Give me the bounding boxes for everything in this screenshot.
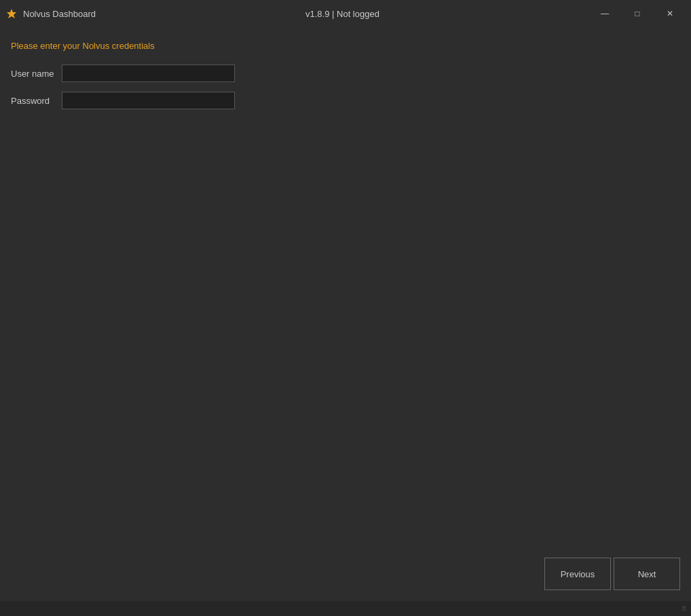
version-status: v1.8.9 | Not logged bbox=[305, 9, 379, 19]
title-bar-left: Nolvus Dashboard bbox=[5, 7, 96, 20]
bottom-bar: Previous Next bbox=[0, 547, 691, 601]
main-content: Please enter your Nolvus credentials Use… bbox=[0, 27, 691, 547]
app-title: Nolvus Dashboard bbox=[23, 9, 96, 19]
username-label: User name bbox=[11, 69, 62, 79]
window-controls: — □ ✕ bbox=[589, 3, 686, 24]
maximize-button[interactable]: □ bbox=[622, 3, 653, 24]
title-bar: Nolvus Dashboard v1.8.9 | Not logged — □… bbox=[0, 0, 691, 27]
svg-marker-0 bbox=[7, 9, 16, 18]
password-input[interactable] bbox=[62, 92, 235, 109]
previous-button[interactable]: Previous bbox=[544, 558, 611, 590]
username-input[interactable] bbox=[62, 65, 235, 82]
password-group: Password bbox=[11, 92, 680, 109]
credentials-hint: Please enter your Nolvus credentials bbox=[11, 41, 680, 51]
username-group: User name bbox=[11, 65, 680, 82]
app-icon bbox=[5, 7, 18, 20]
password-label: Password bbox=[11, 96, 62, 106]
next-button[interactable]: Next bbox=[614, 558, 680, 590]
close-button[interactable]: ✕ bbox=[654, 3, 686, 24]
status-bar: ⠿ bbox=[0, 601, 691, 616]
resize-handle: ⠿ bbox=[679, 604, 688, 613]
minimize-button[interactable]: — bbox=[589, 3, 620, 24]
